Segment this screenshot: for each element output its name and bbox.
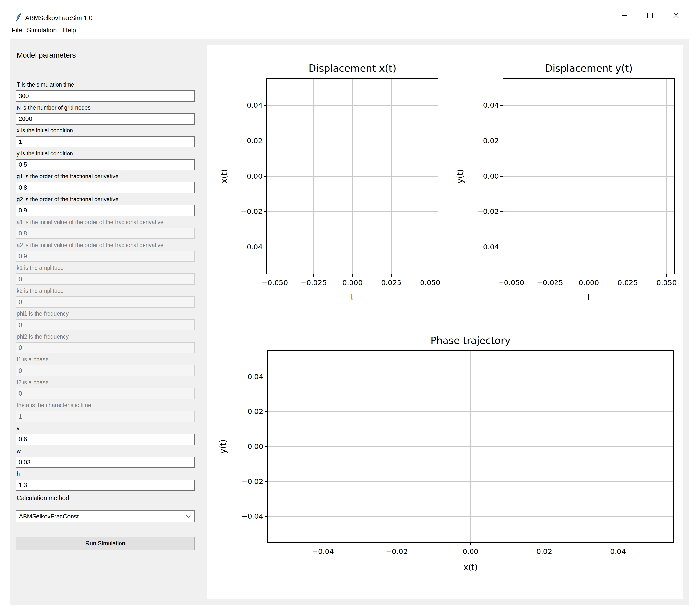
x-tick-label: −0.04 (312, 547, 334, 556)
menu-file[interactable]: File (12, 26, 22, 34)
close-button[interactable] (664, 8, 688, 24)
param-input (16, 388, 195, 399)
x-tick-label: −0.02 (386, 547, 408, 556)
param-label: f2 is a phase (17, 379, 49, 387)
param-input (16, 365, 195, 376)
calculation-method-select[interactable]: ABMSelkovFracConst (16, 511, 195, 522)
x-tick (618, 542, 618, 545)
param-input (16, 296, 195, 308)
param-input[interactable] (16, 136, 195, 148)
param-input (16, 319, 195, 331)
param-input (16, 342, 195, 353)
run-simulation-button[interactable]: Run Simulation (16, 537, 195, 550)
title-bar: ABMSelkovFracSim 1.0 (0, 0, 700, 25)
y-tick-label: 0.02 (483, 137, 499, 145)
y-tick-label: −0.02 (241, 207, 263, 216)
plot3-title: Phase trajectory (267, 335, 674, 346)
param-input[interactable] (16, 182, 195, 193)
plot1-title: Displacement x(t) (266, 63, 438, 74)
x-tick-label: 0.025 (617, 279, 638, 287)
param-input[interactable] (16, 113, 195, 125)
gridline (268, 516, 673, 516)
param-label: x is the initial condition (17, 127, 73, 135)
calculation-method-label: Calculation method (17, 495, 69, 502)
param-label: g1 is the order of the fractional deriva… (17, 173, 119, 180)
param-label: a2 is the initial value of the order of … (17, 242, 164, 249)
param-input[interactable] (16, 90, 195, 101)
y-tick-label: 0.02 (247, 137, 263, 145)
y-tick (264, 140, 267, 141)
x-tick-label: 0.050 (656, 279, 677, 287)
x-tick (550, 274, 550, 277)
maximize-button[interactable] (638, 8, 662, 24)
param-label: phi2 is the frequency (17, 333, 69, 341)
x-tick (470, 542, 471, 545)
param-input[interactable] (16, 159, 195, 170)
maximize-icon (646, 12, 654, 19)
plot3-xlabel: x(t) (267, 562, 674, 572)
x-tick-label: −0.025 (301, 279, 327, 287)
y-tick (500, 176, 503, 177)
param-input (16, 251, 195, 262)
plot2-title: Displacement y(t) (503, 63, 675, 74)
param-input (16, 411, 195, 422)
y-tick-label: −0.04 (242, 512, 263, 520)
minimize-button[interactable] (613, 8, 636, 24)
y-tick (264, 247, 267, 247)
y-tick (500, 247, 503, 247)
menu-simulation[interactable]: Simulation (27, 26, 57, 34)
gridline (503, 176, 674, 177)
param-input[interactable] (16, 434, 195, 445)
plot1-ylabel: x(t) (219, 169, 229, 183)
param-input[interactable] (16, 479, 195, 491)
x-tick-label: 0.050 (420, 279, 440, 287)
y-tick (265, 376, 268, 377)
x-tick (275, 274, 275, 277)
plot-displacement-x: −0.050−0.0250.0000.0250.0500.040.020.00−… (266, 78, 438, 274)
x-tick-label: −0.050 (498, 279, 524, 287)
y-tick (500, 140, 503, 141)
menu-help[interactable]: Help (63, 26, 76, 34)
param-label: k1 is the amplitude (17, 265, 64, 272)
x-tick (352, 274, 353, 277)
x-tick (430, 274, 430, 277)
gridline (503, 105, 674, 106)
x-tick (589, 274, 589, 277)
param-label: k2 is the amplitude (17, 288, 64, 295)
x-tick (628, 274, 628, 277)
gridline (503, 211, 674, 212)
param-label: a1 is the initial value of the order of … (17, 219, 164, 226)
y-tick-label: 0.00 (483, 172, 499, 180)
param-label: w (17, 448, 21, 455)
gridline (268, 446, 673, 447)
chevron-down-icon (186, 514, 192, 518)
gridline (503, 247, 674, 247)
x-tick (666, 274, 667, 277)
x-tick-label: 0.00 (463, 547, 479, 556)
param-input[interactable] (16, 457, 195, 468)
y-tick (265, 481, 268, 482)
plot-displacement-y: −0.050−0.0250.0000.0250.0500.040.020.00−… (503, 78, 675, 274)
x-tick-label: 0.04 (610, 547, 626, 556)
sidebar-heading: Model parameters (17, 51, 76, 59)
plot3-ylabel: y(t) (218, 440, 228, 454)
gridline (267, 247, 438, 247)
x-tick-label: −0.050 (262, 279, 288, 287)
y-tick-label: −0.02 (242, 477, 263, 486)
calculation-method-value: ABMSelkovFracConst (19, 513, 79, 520)
param-label: g2 is the order of the fractional deriva… (17, 196, 119, 204)
gridline (503, 140, 674, 141)
gridline (267, 211, 438, 212)
y-tick-label: 0.04 (483, 101, 499, 109)
param-input[interactable] (16, 205, 195, 216)
y-tick-label: 0.00 (247, 442, 263, 451)
gridline (267, 105, 438, 106)
x-tick-label: −0.025 (537, 279, 563, 287)
y-tick (265, 516, 268, 516)
gridline (268, 411, 673, 412)
x-tick (323, 542, 323, 545)
y-tick-label: −0.04 (477, 243, 499, 251)
y-tick-label: −0.04 (241, 243, 263, 251)
y-tick (265, 411, 268, 412)
x-tick-label: 0.025 (381, 279, 401, 287)
